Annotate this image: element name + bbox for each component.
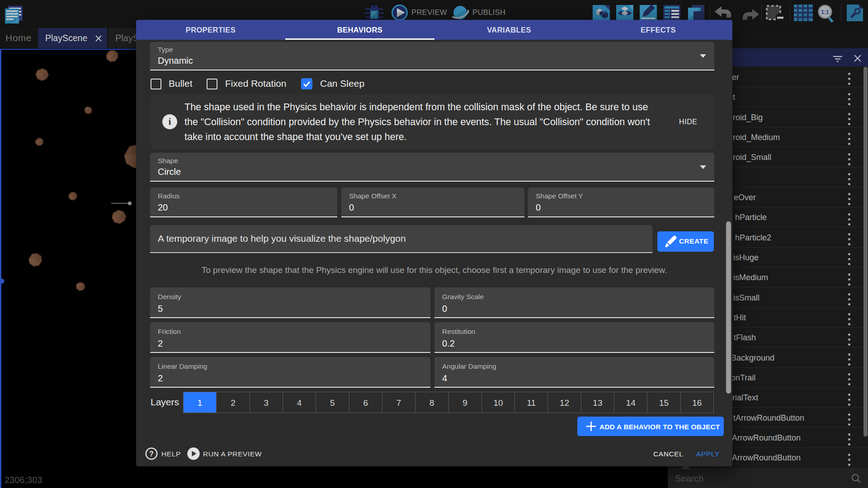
svg-text:?: ? xyxy=(149,450,154,458)
svg-text:1:1: 1:1 xyxy=(821,9,829,15)
